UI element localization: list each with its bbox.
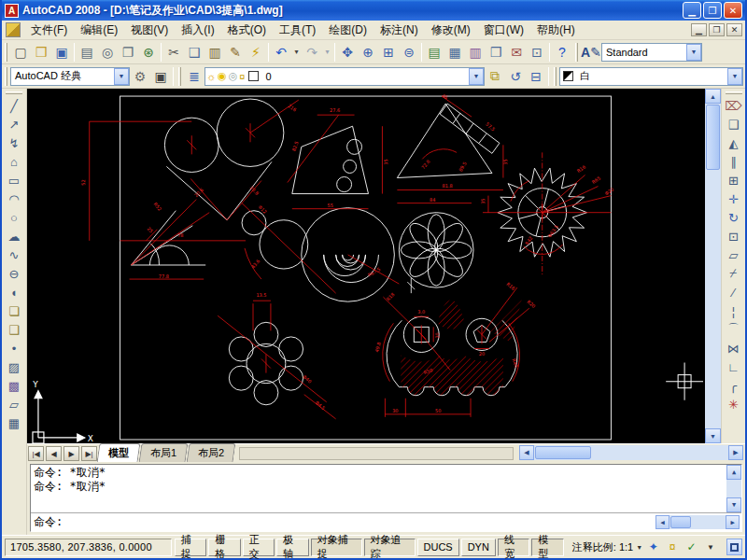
menu-视图V[interactable]: 视图(V): [124, 21, 175, 38]
construction-line-icon[interactable]: ↗: [4, 115, 24, 133]
drawing-canvas[interactable]: 527820.620.821627.682.535554657.572.889.…: [27, 89, 705, 443]
quickcalc-icon[interactable]: ⊡: [527, 42, 547, 63]
tab-nav-first-icon[interactable]: |◀: [28, 446, 44, 461]
toolbar-grip[interactable]: [575, 43, 578, 62]
plot-preview-icon[interactable]: ◎: [97, 42, 118, 63]
extend-icon[interactable]: ∕: [724, 283, 744, 301]
toggle-极轴[interactable]: 极轴: [276, 539, 308, 556]
chevron-down-icon[interactable]: ▼: [636, 544, 642, 551]
make-object-layer-current-icon[interactable]: ⧉: [485, 66, 505, 87]
layer-states-icon[interactable]: ⊟: [526, 66, 546, 87]
layer-sun-icon[interactable]: ◉: [218, 70, 227, 82]
my-workspace-icon[interactable]: ▣: [150, 66, 171, 87]
coordinate-readout[interactable]: 1705.3580, 207.3836, 0.0000: [5, 539, 172, 556]
workspace-combo[interactable]: AutoCAD 经典 ▼: [10, 67, 130, 86]
make-block-icon[interactable]: ❑: [4, 320, 24, 339]
tab-模型[interactable]: 模型: [97, 443, 141, 462]
toolbar-grip[interactable]: [5, 67, 7, 86]
plot-icon[interactable]: ▤: [77, 42, 97, 63]
tool-palettes-icon[interactable]: ▥: [465, 42, 486, 63]
chevron-down-icon[interactable]: ▼: [727, 68, 742, 85]
toggle-DUCS[interactable]: DUCS: [417, 539, 459, 556]
block-editor-icon[interactable]: ⚡: [246, 42, 266, 63]
minimize-button[interactable]: ▁: [683, 2, 701, 19]
copy-icon[interactable]: ❑: [184, 42, 204, 63]
tab-nav-prev-icon[interactable]: ◀: [46, 446, 62, 461]
erase-icon[interactable]: ⌦: [724, 96, 744, 115]
paste-icon[interactable]: ▥: [204, 42, 225, 63]
insert-block-icon[interactable]: ❏: [4, 301, 24, 320]
annotation-scale[interactable]: 注释比例: 1:1 ▼: [572, 540, 642, 554]
region-icon[interactable]: ▱: [4, 395, 24, 413]
layer-freeze-vp-icon[interactable]: ◎: [229, 70, 238, 82]
text-style-combo[interactable]: Standard ▼: [601, 43, 702, 62]
text-style-icon[interactable]: A✎: [581, 42, 601, 63]
tab-布局1[interactable]: 布局1: [139, 443, 189, 462]
toolbar-grip[interactable]: [726, 91, 742, 94]
scroll-up-icon[interactable]: ▲: [726, 465, 741, 480]
explode-icon[interactable]: ✳: [724, 395, 744, 413]
chevron-down-icon[interactable]: ▼: [114, 68, 129, 85]
markup-set-manager-icon[interactable]: ✉: [506, 42, 527, 63]
status-menu-arrow-icon[interactable]: ▼: [702, 539, 718, 555]
toolbar-grip[interactable]: [5, 43, 7, 62]
gradient-icon[interactable]: ▩: [4, 376, 24, 395]
toolbar-grip[interactable]: [554, 67, 557, 86]
toggle-对象捕捉[interactable]: 对象捕捉: [311, 539, 362, 556]
scrollbar-thumb[interactable]: [670, 516, 691, 528]
arc-icon[interactable]: ◠: [4, 189, 24, 208]
menu-格式O[interactable]: 格式(O): [221, 21, 273, 38]
scroll-left-icon[interactable]: ◀: [519, 445, 534, 460]
open-icon[interactable]: ❒: [31, 42, 51, 63]
scale-icon[interactable]: ⊡: [724, 227, 744, 245]
menu-窗口W[interactable]: 窗口(W): [477, 21, 530, 38]
ellipse-arc-icon[interactable]: ◖: [4, 283, 24, 301]
command-history[interactable]: 命令: *取消* 命令: *取消*: [31, 465, 726, 512]
layer-properties-icon[interactable]: ≣: [184, 66, 204, 87]
cut-icon[interactable]: ✂: [163, 42, 184, 63]
command-input[interactable]: 命令:: [34, 514, 655, 530]
scroll-left-icon[interactable]: ◀: [655, 515, 669, 529]
move-icon[interactable]: ✛: [724, 189, 744, 208]
fillet-icon[interactable]: ╭: [724, 376, 744, 395]
mdi-close-button[interactable]: ✕: [726, 23, 742, 36]
command-vertical-scrollbar[interactable]: ▲ ▼: [726, 465, 741, 512]
command-horizontal-scrollbar[interactable]: ◀ ▶: [655, 515, 740, 529]
sheetset-manager-icon[interactable]: ❒: [486, 42, 506, 63]
table-icon[interactable]: ▦: [4, 413, 24, 432]
pan-icon[interactable]: ✥: [337, 42, 358, 63]
workspace-settings-icon[interactable]: ⚙: [130, 66, 150, 87]
menu-编辑E[interactable]: 编辑(E): [74, 21, 124, 38]
unlock-icon[interactable]: ¤: [665, 539, 681, 555]
color-combo[interactable]: 白 ▼: [559, 67, 743, 86]
undo-icon[interactable]: ↶: [271, 42, 291, 63]
polyline-icon[interactable]: ↯: [4, 133, 24, 152]
scroll-down-icon[interactable]: ▼: [705, 428, 721, 443]
copy-object-icon[interactable]: ❑: [724, 115, 744, 133]
toggle-线宽[interactable]: 线宽: [498, 539, 529, 556]
menu-工具T[interactable]: 工具(T): [273, 21, 322, 38]
toolbar-lock-check-icon[interactable]: ✓: [684, 539, 699, 555]
menu-修改M[interactable]: 修改(M): [425, 21, 477, 38]
toolbar-grip[interactable]: [178, 67, 181, 86]
close-button[interactable]: ✕: [724, 2, 742, 19]
annotation-visibility-icon[interactable]: ✦: [645, 539, 661, 555]
redo-flyout-icon[interactable]: ▾: [322, 42, 332, 63]
layer-lock-icon[interactable]: ¤: [239, 71, 245, 82]
toggle-DYN[interactable]: DYN: [461, 539, 496, 556]
rotate-icon[interactable]: ↻: [724, 208, 744, 227]
menu-文件F[interactable]: 文件(F): [24, 21, 74, 38]
tab-布局2[interactable]: 布局2: [187, 443, 236, 462]
chevron-down-icon[interactable]: ▼: [469, 68, 484, 85]
undo-flyout-icon[interactable]: ▾: [291, 42, 302, 63]
designcenter-icon[interactable]: ▦: [444, 42, 465, 63]
trim-icon[interactable]: ⌿: [724, 264, 744, 283]
scroll-up-icon[interactable]: ▲: [705, 89, 721, 104]
redo-icon[interactable]: ↷: [302, 42, 322, 63]
array-icon[interactable]: ⊞: [724, 171, 744, 189]
scrollbar-thumb[interactable]: [535, 446, 591, 459]
spline-icon[interactable]: ∿: [4, 245, 24, 264]
mdi-minimize-button[interactable]: ▁: [691, 23, 707, 36]
mirror-icon[interactable]: ◭: [724, 133, 744, 152]
circle-icon[interactable]: ○: [4, 208, 24, 227]
